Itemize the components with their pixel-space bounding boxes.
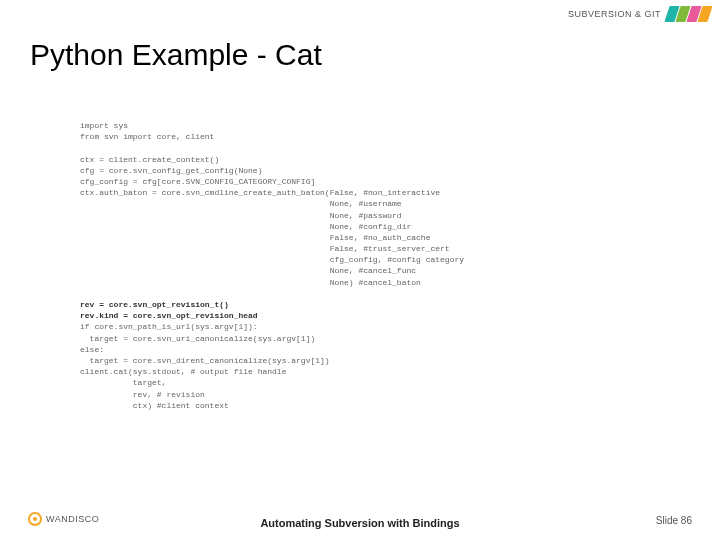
wandisco-text: WANDISCO [46, 514, 99, 524]
slide-number: Slide 86 [656, 515, 692, 526]
code-revision-bold: rev = core.svn_opt_revision_t() rev.kind… [80, 300, 258, 320]
code-imports: import sys from svn import core, client [80, 121, 214, 141]
code-setup: ctx = client.create_context() cfg = core… [80, 155, 464, 287]
slide-title: Python Example - Cat [30, 38, 322, 72]
header-text: SUBVERSION & GIT [568, 9, 661, 19]
footer-center-title: Automating Subversion with Bindings [260, 517, 459, 530]
footer-logo: WANDISCO [28, 512, 99, 526]
wandisco-icon [28, 512, 42, 526]
header: SUBVERSION & GIT [568, 6, 710, 22]
code-target: if core.svn_path_is_url(sys.argv[1]): ta… [80, 322, 330, 409]
code-block: import sys from svn import core, client … [80, 120, 464, 411]
live-logo [667, 6, 710, 22]
